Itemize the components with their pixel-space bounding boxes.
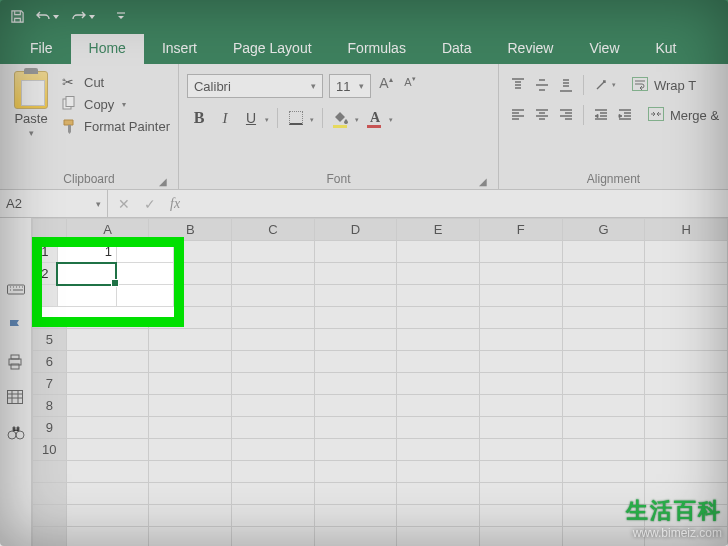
cell[interactable] [645, 307, 728, 329]
cell[interactable] [314, 483, 397, 505]
cell[interactable] [149, 395, 232, 417]
cell[interactable] [562, 395, 645, 417]
col-header-B[interactable]: B [149, 219, 232, 241]
align-right-button[interactable] [555, 104, 577, 126]
cell[interactable] [66, 351, 149, 373]
cell[interactable] [232, 263, 315, 285]
tab-formulas[interactable]: Formulas [330, 34, 424, 64]
cell[interactable] [562, 329, 645, 351]
cell[interactable] [314, 263, 397, 285]
row-header[interactable] [33, 461, 67, 483]
cell[interactable] [397, 241, 480, 263]
decrease-font-size-button[interactable]: A▾ [401, 75, 419, 97]
borders-button[interactable]: ▾ [284, 106, 308, 130]
undo-button[interactable] [32, 5, 54, 27]
cell[interactable] [314, 241, 397, 263]
row-header-9[interactable]: 9 [33, 417, 67, 439]
cell[interactable] [645, 285, 728, 307]
cell[interactable] [149, 527, 232, 547]
cell[interactable] [645, 505, 728, 527]
cell[interactable] [397, 285, 480, 307]
cell[interactable] [562, 527, 645, 547]
cell[interactable] [66, 329, 149, 351]
cell[interactable] [314, 373, 397, 395]
col-header-A[interactable]: A [66, 219, 149, 241]
cell[interactable] [232, 285, 315, 307]
increase-indent-button[interactable] [614, 104, 636, 126]
tab-insert[interactable]: Insert [144, 34, 215, 64]
row-header-8[interactable]: 8 [33, 395, 67, 417]
font-color-button[interactable]: A ▾ [363, 106, 387, 130]
cell[interactable] [314, 329, 397, 351]
increase-font-size-button[interactable]: A▴ [377, 75, 395, 97]
save-button[interactable] [6, 5, 28, 27]
cell[interactable] [562, 505, 645, 527]
cell[interactable] [562, 461, 645, 483]
cell[interactable] [480, 439, 563, 461]
cancel-formula-button[interactable]: ✕ [118, 196, 130, 212]
row-header[interactable] [33, 505, 67, 527]
merge-center-button[interactable]: Merge & [648, 107, 719, 123]
format-painter-button[interactable]: Format Painter [62, 118, 170, 134]
formula-input[interactable] [190, 190, 728, 217]
cell[interactable] [232, 241, 315, 263]
cell[interactable] [149, 351, 232, 373]
cell[interactable] [480, 417, 563, 439]
cell[interactable] [645, 351, 728, 373]
cell[interactable] [397, 505, 480, 527]
cell[interactable] [149, 439, 232, 461]
clipboard-dialog-launcher[interactable]: ◢ [158, 176, 168, 186]
cell[interactable] [645, 395, 728, 417]
col-header-G[interactable]: G [562, 219, 645, 241]
cell[interactable] [66, 439, 149, 461]
cell[interactable] [645, 329, 728, 351]
cell[interactable] [149, 461, 232, 483]
cell[interactable] [397, 527, 480, 547]
enter-formula-button[interactable]: ✓ [144, 196, 156, 212]
cell[interactable] [480, 351, 563, 373]
cell[interactable] [66, 461, 149, 483]
cell[interactable] [314, 395, 397, 417]
cell[interactable] [645, 417, 728, 439]
cell[interactable] [232, 461, 315, 483]
cell[interactable] [480, 373, 563, 395]
cell[interactable] [149, 505, 232, 527]
cell[interactable] [232, 395, 315, 417]
cell[interactable] [645, 373, 728, 395]
cell[interactable] [232, 505, 315, 527]
copy-button[interactable]: Copy ▾ [62, 96, 170, 112]
cell[interactable] [397, 373, 480, 395]
cell[interactable] [232, 351, 315, 373]
bold-button[interactable]: B [187, 106, 211, 130]
tool-keyboard-icon[interactable] [7, 282, 25, 300]
align-left-button[interactable] [507, 104, 529, 126]
font-dialog-launcher[interactable]: ◢ [478, 176, 488, 186]
cell[interactable] [480, 461, 563, 483]
align-center-button[interactable] [531, 104, 553, 126]
cell[interactable] [149, 373, 232, 395]
tool-flag-icon[interactable] [7, 318, 25, 336]
col-header-C[interactable]: C [232, 219, 315, 241]
tab-data[interactable]: Data [424, 34, 490, 64]
cell[interactable] [149, 417, 232, 439]
cell[interactable] [480, 307, 563, 329]
cell[interactable] [66, 505, 149, 527]
cell[interactable] [562, 351, 645, 373]
name-box[interactable]: A2 ▾ [0, 190, 108, 217]
cell[interactable] [314, 439, 397, 461]
cell[interactable] [645, 439, 728, 461]
cell[interactable] [232, 329, 315, 351]
cell[interactable] [397, 263, 480, 285]
orientation-button[interactable]: ▾ [590, 74, 620, 96]
cell[interactable] [66, 527, 149, 547]
cell[interactable] [645, 241, 728, 263]
cell[interactable] [397, 483, 480, 505]
cell[interactable] [314, 505, 397, 527]
tab-page-layout[interactable]: Page Layout [215, 34, 330, 64]
cell[interactable] [480, 395, 563, 417]
cell[interactable] [397, 417, 480, 439]
cut-button[interactable]: ✂ Cut [62, 74, 170, 90]
cell[interactable] [232, 417, 315, 439]
cell[interactable] [397, 439, 480, 461]
row-header-6[interactable]: 6 [33, 351, 67, 373]
